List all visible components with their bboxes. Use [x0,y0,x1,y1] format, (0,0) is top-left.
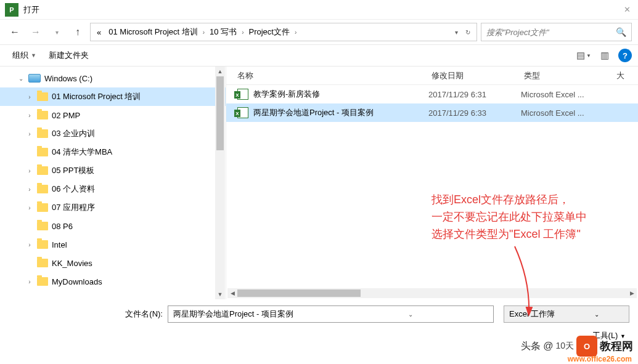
recent-dropdown-icon[interactable]: ▾ [48,23,65,41]
tree-item[interactable]: ›Intel [0,235,226,254]
file-date: 2017/11/29 6:33 [428,108,521,118]
tree-root[interactable]: ⌄ Windows (C:) [0,69,226,87]
scroll-thumb[interactable] [237,289,361,297]
watermark-prefix: 头条 @ [521,340,554,353]
column-header-row: 名称 修改日期 类型 大 [226,67,638,85]
chevron-right-icon[interactable]: › [26,131,33,137]
scroll-right-icon[interactable]: ▶ [627,290,637,296]
scroll-left-icon[interactable]: ◀ [227,290,237,296]
breadcrumb-item[interactable]: 01 Microsoft Project 培训 [106,25,200,39]
folder-icon [37,148,48,156]
chevron-right-icon[interactable]: › [295,29,297,36]
chevron-right-icon[interactable]: › [26,186,33,193]
preview-pane-icon[interactable]: ▥ [597,48,612,63]
refresh-icon[interactable]: ↻ [463,29,473,36]
tree-item[interactable]: ›06 个人资料 [0,180,226,198]
window-title: 打开 [23,4,621,15]
app-icon: P [5,3,18,17]
excel-file-icon [237,107,248,118]
chevron-right-icon[interactable]: › [26,168,33,174]
file-type: Microsoft Excel ... [521,90,613,99]
scroll-up-icon[interactable]: ▲ [215,67,225,76]
tree-item-label: KK_Movies [52,259,92,268]
file-body[interactable]: 教学案例-新房装修 2017/11/29 6:31 Microsoft Exce… [226,85,638,288]
tree-item[interactable]: ›07 应用程序 [0,198,226,217]
chevron-right-icon[interactable]: › [242,29,243,36]
breadcrumb-item[interactable]: Project文件 [247,25,292,39]
filename-value: 两星期学会地道Project - 项目案例 [171,309,331,320]
up-button[interactable]: ↑ [69,23,86,41]
file-list: 名称 修改日期 类型 大 教学案例-新房装修 2017/11/29 6:31 M… [226,67,638,299]
column-size[interactable]: 大 [611,70,638,81]
forward-button[interactable]: → [27,23,44,41]
filename-row: 文件名(N): 两星期学会地道Project - 项目案例 ⌄ Excel 工作… [9,305,629,323]
back-button[interactable]: ← [6,23,23,41]
annotation-line: 一定不要忘记在此处下拉菜单中 [431,208,587,225]
horizontal-scrollbar[interactable]: ◀ ▶ [227,288,637,298]
tree-root-label: Windows (C:) [44,74,92,83]
tree-item-label: 01 Microsoft Project 培训 [52,91,141,102]
file-date: 2017/11/29 6:31 [428,90,521,99]
tree-item[interactable]: ›01 Microsoft Project 培训 [0,87,226,106]
file-name: 教学案例-新房装修 [248,89,428,100]
chevron-down-icon[interactable]: ⌄ [331,311,491,318]
view-options-icon[interactable]: ▤▼ [576,48,591,63]
chevron-right-icon[interactable]: › [26,278,33,285]
title-bar: P 打开 ✕ [0,0,638,20]
tree-item[interactable]: 08 P6 [0,217,226,235]
folder-tree[interactable]: ⌄ Windows (C:) ›01 Microsoft Project 培训 … [0,67,226,299]
search-box[interactable]: 🔍 [481,23,632,41]
search-input[interactable] [486,28,616,37]
folder-icon [37,240,48,249]
tree-item[interactable]: ›03 企业内训 [0,124,226,143]
search-icon[interactable]: 🔍 [616,27,626,37]
column-name[interactable]: 名称 [232,70,427,81]
annotation-line: 选择文件类型为"Excel 工作簿" [431,225,587,243]
chevron-right-icon[interactable]: › [26,94,33,100]
address-bar[interactable]: « 01 Microsoft Project 培训 › 10 写书 › Proj… [90,23,477,41]
chevron-down-icon: ▼ [31,52,36,59]
tree-item[interactable]: 04 清华大学MBA [0,143,226,161]
chevron-right-icon[interactable]: › [203,29,205,36]
chevron-right-icon[interactable]: › [26,112,33,119]
chevron-down-icon[interactable]: ⌄ [17,75,25,82]
folder-icon [37,111,48,119]
tree-item-label: 06 个人资料 [52,184,95,195]
folder-icon [37,259,48,267]
tree-item-label: 03 企业内训 [52,128,95,139]
close-icon[interactable]: ✕ [621,5,633,14]
scroll-down-icon[interactable]: ▼ [215,289,225,299]
organize-button[interactable]: 组织 ▼ [6,47,43,63]
tree-item[interactable]: KK_Movies [0,254,226,272]
chevron-down-icon[interactable]: ⌄ [566,311,626,318]
watermark-url: www.office26.com [568,355,632,363]
tree-item[interactable]: ›05 PPT模板 [0,161,226,180]
file-row[interactable]: 两星期学会地道Project - 项目案例 2017/11/29 6:33 Mi… [226,103,638,122]
tree-item-label: Intel [52,240,67,249]
tree-item-label: MyDownloads [52,277,102,286]
filename-label: 文件名(N): [9,309,163,320]
scroll-thumb[interactable] [216,76,224,150]
column-type[interactable]: 类型 [519,70,611,81]
tree-item[interactable]: ›MyDownloads [0,272,226,291]
tree-item-label: 07 应用程序 [52,202,95,213]
folder-icon [37,203,48,212]
filename-combo[interactable]: 两星期学会地道Project - 项目案例 ⌄ [168,305,494,323]
watermark: 头条 @ 10天 O 教程网 [521,336,633,357]
watermark-mid: 10天 [555,341,574,352]
breadcrumb-item[interactable]: 10 写书 [207,25,239,39]
filetype-value: Excel 工作簿 [507,309,566,320]
address-dropdown-icon[interactable]: ▾ [452,29,460,36]
toolbar: 组织 ▼ 新建文件夹 ▤▼ ▥ ? [0,44,638,67]
tree-item[interactable]: ›02 PMP [0,106,226,124]
chevron-right-icon[interactable]: › [26,241,33,248]
folder-icon [37,166,48,175]
file-type: Microsoft Excel ... [521,108,613,118]
file-row[interactable]: 教学案例-新房装修 2017/11/29 6:31 Microsoft Exce… [226,85,638,103]
column-date[interactable]: 修改日期 [427,70,519,81]
tree-scrollbar[interactable]: ▲ ▼ [215,67,225,299]
help-icon[interactable]: ? [618,49,632,62]
filetype-combo[interactable]: Excel 工作簿 ⌄ [504,305,629,323]
chevron-right-icon[interactable]: › [26,204,33,211]
new-folder-button[interactable]: 新建文件夹 [43,47,95,63]
